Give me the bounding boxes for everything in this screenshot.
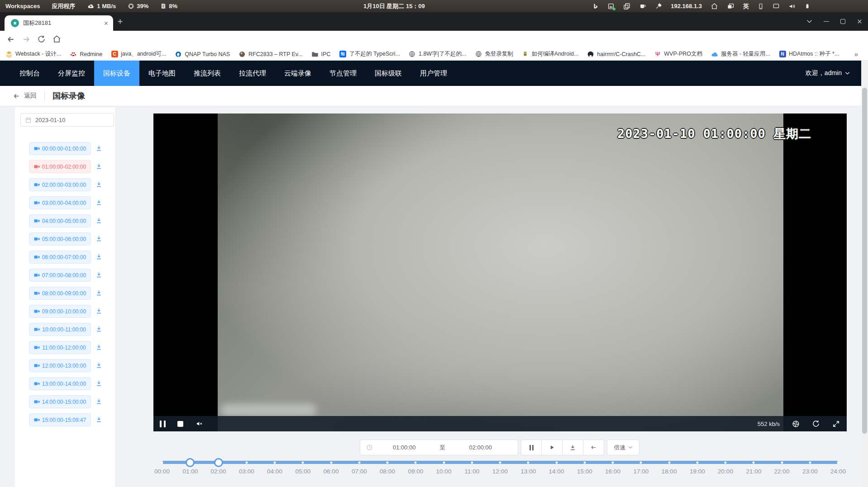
timeline-stop[interactable] (302, 461, 304, 463)
coffee-icon[interactable] (639, 3, 647, 10)
nav-item-5[interactable]: 推流列表 (185, 61, 230, 86)
bookmark-item[interactable]: RFC2833 – RTP Ev... (238, 51, 303, 58)
maximize-icon[interactable] (840, 19, 845, 24)
timeline-stop[interactable] (443, 461, 445, 463)
bookmark-item[interactable]: hairrrrr/C-CrashC... (587, 51, 645, 58)
tab-close-icon[interactable] (104, 21, 109, 26)
segment-download-button[interactable] (95, 326, 102, 332)
segment-download-button[interactable] (95, 181, 102, 188)
speed-dropdown[interactable]: 倍速 (607, 440, 639, 455)
stop-icon[interactable] (177, 421, 183, 427)
back-icon[interactable] (6, 35, 15, 44)
timeline-stop[interactable] (583, 461, 586, 463)
pause-icon[interactable] (160, 421, 166, 427)
volume-icon[interactable] (788, 3, 796, 10)
copy-icon[interactable] (623, 3, 630, 10)
fullscreen-icon[interactable] (832, 420, 840, 428)
timeline-stop[interactable] (696, 461, 698, 463)
timeline-stop[interactable] (668, 461, 670, 463)
screenshot-app-icon[interactable] (607, 3, 615, 10)
segment-download-button[interactable] (95, 235, 102, 242)
segment-button[interactable]: 04:00:00-05:00:00 (29, 214, 91, 227)
segment-button[interactable]: 02:00:00-03:00:00 (29, 178, 91, 191)
segment-button[interactable]: 06:00:00-07:00:00 (29, 251, 91, 264)
segment-download-button[interactable] (95, 380, 102, 387)
bookmark-item[interactable]: 免登录复制 (475, 50, 513, 58)
forward-icon[interactable] (22, 35, 31, 44)
bookmark-item[interactable]: Webstack - 设计... (5, 50, 61, 58)
segment-download-button[interactable] (95, 271, 102, 278)
bookmark-item[interactable]: Redmine (70, 51, 102, 58)
timeline-stop[interactable] (274, 461, 276, 463)
back-button[interactable]: 返回 (13, 92, 37, 100)
ip-address[interactable]: 192.168.1.3 (671, 3, 702, 9)
pause-button[interactable] (521, 440, 542, 455)
bookmarks-overflow-button[interactable]: » (854, 50, 858, 58)
scrollbar-thumb[interactable] (862, 88, 867, 434)
segment-download-button[interactable] (95, 362, 102, 369)
segment-button[interactable]: 13:00:00-14:00:00 (29, 377, 91, 390)
bookmark-item[interactable]: QNAP Turbo NAS (175, 51, 230, 58)
bookmark-item[interactable]: IPC (311, 51, 331, 58)
reload-icon[interactable] (37, 35, 46, 43)
range-end[interactable]: 02:00:00 (449, 444, 512, 451)
seek-back-button[interactable] (583, 440, 604, 455)
timeline-stop[interactable] (499, 461, 501, 463)
browser-tab[interactable]: 国标28181 (5, 15, 113, 31)
timeline-track[interactable] (162, 461, 838, 464)
nav-item-1[interactable]: 控制台 (10, 61, 49, 86)
segment-download-button[interactable] (95, 307, 102, 314)
refresh-icon[interactable] (812, 420, 820, 428)
segment-button[interactable]: 00:00:00-01:00:00 (29, 142, 91, 155)
date-picker[interactable]: 2023-01-10 (20, 113, 114, 127)
timeline-stop[interactable] (809, 461, 811, 463)
segment-button[interactable]: 08:00:00-09:00:00 (29, 287, 91, 300)
battery-icon[interactable] (805, 2, 810, 10)
segment-download-button[interactable] (95, 289, 102, 296)
play-button[interactable] (542, 440, 563, 455)
segment-button[interactable]: 15:00:00-15:09:47 (29, 413, 91, 426)
segment-download-button[interactable] (95, 344, 102, 350)
timeline-stop[interactable] (527, 461, 529, 463)
bookmark-item[interactable]: ΨWVP-PRO文档 (654, 50, 702, 58)
segment-button[interactable]: 12:00:00-13:00:00 (29, 359, 91, 372)
timeline-stop[interactable] (753, 461, 755, 463)
range-start[interactable]: 01:00:00 (373, 444, 436, 451)
phonelink-icon[interactable] (758, 3, 764, 10)
minimize-icon[interactable] (824, 21, 829, 22)
nav-item-6[interactable]: 拉流代理 (230, 61, 275, 86)
timeline-stop[interactable] (471, 461, 473, 463)
nav-item-9[interactable]: 国标级联 (366, 61, 411, 86)
bookmark-item[interactable]: Cjava、android可... (111, 50, 166, 58)
timeline-stop[interactable] (612, 461, 614, 463)
color-picker-icon[interactable] (655, 3, 662, 9)
timeline-stop[interactable] (386, 461, 389, 463)
timeline-stop[interactable] (640, 461, 642, 463)
timeline-stop[interactable] (358, 461, 360, 463)
timeline-stop[interactable] (725, 461, 727, 463)
nav-item-7[interactable]: 云端录像 (275, 61, 320, 86)
nav-item-10[interactable]: 用户管理 (411, 61, 456, 86)
timeline-stop[interactable] (161, 461, 163, 463)
timeline-start-handle[interactable] (186, 458, 195, 467)
tab-search-icon[interactable] (806, 19, 812, 24)
segment-button[interactable]: 03:00:00-04:00:00 (29, 196, 91, 209)
time-range-picker[interactable]: 01:00:00 至 02:00:00 (360, 440, 518, 455)
segment-button[interactable]: 07:00:00-08:00:00 (29, 269, 91, 282)
timeline-stop[interactable] (330, 461, 332, 463)
segment-download-button[interactable] (95, 163, 102, 170)
timeline-end-handle[interactable] (214, 458, 223, 467)
workspaces-button[interactable]: Workspaces (5, 3, 40, 9)
nav-item-4[interactable]: 电子地图 (139, 61, 185, 86)
mute-icon[interactable] (196, 420, 204, 427)
welcome-menu[interactable]: 欢迎，admin (806, 61, 850, 86)
timeline-stop[interactable] (555, 461, 558, 463)
segment-button[interactable]: 05:00:00-06:00:00 (29, 232, 91, 246)
video-player[interactable]: 2023-01-10 01:00:00 星期二 552 kb/s (153, 113, 847, 431)
bookmark-item[interactable]: 服务器 - 轻量应用... (711, 50, 770, 58)
applications-button[interactable]: 应用程序 (52, 2, 75, 10)
bookmark-item[interactable]: 知了不起的 TypeScri... (339, 50, 400, 58)
segment-button[interactable]: 09:00:00-10:00:00 (29, 305, 91, 318)
segment-button[interactable]: 01:00:00-02:00:00 (29, 160, 91, 173)
display-icon[interactable] (773, 3, 780, 9)
